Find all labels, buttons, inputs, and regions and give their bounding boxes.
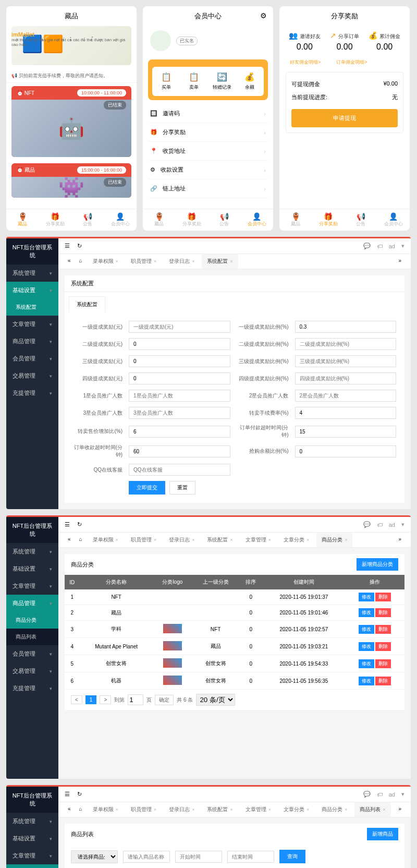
reset-button[interactable]: 重置	[169, 481, 195, 495]
submit-button[interactable]: 立即提交	[129, 481, 165, 495]
sidebar-交易管理[interactable]: 交易管理▾	[6, 367, 58, 384]
tab-文章管理[interactable]: 文章管理 ×	[240, 802, 276, 817]
mobile-share: 分享奖励 👥 邀请好友0.00↗ 分享订单0.00💰 累计佣金0.00 好友佣金…	[279, 6, 410, 231]
tab-系统配置[interactable]: 系统配置 ×	[202, 533, 238, 547]
collection-card[interactable]: ⏰ 藏品15:00:00 - 16:00:00 已结束 👾	[11, 163, 131, 198]
table-row: 2藏品02020-11-05 19:01:46修改删除	[65, 605, 404, 621]
name-filter[interactable]	[123, 851, 170, 863]
tab-职员管理[interactable]: 职员管理 ×	[126, 802, 162, 817]
category-table: ID分类名称分类logo上一级分类排序创建时间操作1NFT02020-11-05…	[65, 575, 404, 690]
add-product-button[interactable]: 新增商品	[367, 828, 398, 840]
sidebar-商品管理[interactable]: 商品管理▾	[6, 864, 58, 868]
mobile-member: 会员中心⚙ 已实名 📋买单📋卖单🔄转赠记录💰余额 🔲邀请码›🎁分享奖励›📍收货地…	[143, 6, 273, 231]
start-date[interactable]	[175, 851, 222, 863]
sidebar-文章管理[interactable]: 文章管理▾	[6, 847, 58, 864]
tab-菜单权限[interactable]: 菜单权限 ×	[88, 533, 124, 547]
sidebar-基础设置[interactable]: 基础设置▾	[6, 282, 58, 299]
page-title: 藏品	[6, 6, 137, 26]
tab-职员管理[interactable]: 职员管理 ×	[126, 254, 162, 269]
action-转赠记录[interactable]: 🔄转赠记录	[208, 67, 236, 96]
tab-文章分类[interactable]: 文章分类 ×	[278, 802, 314, 817]
search-button[interactable]: 查询	[279, 850, 305, 863]
table-row: 4Mutant Ape Planet藏品02020-11-05 19:03:21…	[65, 638, 404, 655]
tab-登录日志[interactable]: 登录日志 ×	[164, 533, 200, 547]
tab-菜单权限[interactable]: 菜单权限 ×	[88, 802, 124, 817]
menu-链上地址[interactable]: 🔗链上地址›	[148, 179, 268, 198]
sidebar-基础设置[interactable]: 基础设置▾	[6, 560, 58, 577]
tab-商品列表[interactable]: 商品列表 ×	[354, 802, 390, 817]
category-filter[interactable]: 请选择商品分类	[71, 850, 118, 863]
tab-分享奖励[interactable]: 🎁分享奖励	[39, 212, 72, 227]
sidebar-系统管理[interactable]: 系统管理▾	[6, 813, 58, 830]
menu-icon[interactable]: ☰	[65, 243, 70, 249]
table-row: 6机器创世女将02020-11-05 19:56:35修改删除	[65, 672, 404, 690]
sidebar-基础设置[interactable]: 基础设置▾	[6, 830, 58, 847]
order-detail-link[interactable]: 订单佣金明细>	[336, 59, 367, 66]
avatar[interactable]	[150, 30, 171, 51]
sidebar-商品管理[interactable]: 商品管理▾	[6, 333, 58, 350]
admin-system-config: NFT后台管理系统 系统管理▾基础设置▾系统配置文章管理▾商品管理▾会员管理▾交…	[6, 237, 411, 509]
tab-商品分类[interactable]: 商品分类 ×	[316, 533, 352, 547]
tab-公告[interactable]: 📢公告	[345, 212, 377, 227]
sidebar-系统管理[interactable]: 系统管理▾	[6, 264, 58, 282]
tab-系统配置[interactable]: 系统配置 ×	[202, 254, 238, 269]
sidebar-文章管理[interactable]: 文章管理▾	[6, 316, 58, 333]
sidebar-商品分类[interactable]: 商品分类	[6, 612, 58, 629]
banner: 🟦🟧 imMalletmới thị trường đầu giá nơi tấ…	[11, 26, 131, 65]
action-余额[interactable]: 💰余额	[236, 67, 264, 96]
menu-邀请码[interactable]: 🔲邀请码›	[148, 104, 268, 123]
mobile-collection: 藏品 🟦🟧 imMalletmới thị trường đầu giá nơi…	[6, 6, 137, 231]
tab-分享奖励[interactable]: 🎁分享奖励	[176, 212, 208, 227]
verified-badge: 已实名	[176, 37, 198, 45]
action-买单[interactable]: 📋买单	[152, 67, 180, 96]
tab-职员管理[interactable]: 职员管理 ×	[126, 533, 162, 547]
withdraw-button[interactable]: 申请提现	[291, 109, 398, 127]
tab-系统配置[interactable]: 系统配置 ×	[202, 802, 238, 817]
sidebar-商品管理[interactable]: 商品管理▾	[6, 595, 58, 612]
sidebar-充提管理[interactable]: 充提管理▾	[6, 680, 58, 697]
tab-会员中心[interactable]: 👤会员中心	[104, 212, 137, 227]
tab-分享奖励[interactable]: 🎁分享奖励	[312, 212, 345, 227]
tab-公告[interactable]: 📢公告	[71, 212, 104, 227]
nft-card[interactable]: ⏰ NFT10:00:00 - 11:00:00 已结束 🤖	[11, 86, 131, 157]
menu-收款设置[interactable]: ⚙收款设置›	[148, 161, 268, 179]
menu-收货地址[interactable]: 📍收货地址›	[148, 142, 268, 161]
table-row: 1NFT02020-11-05 19:01:37修改删除	[65, 589, 404, 605]
table-row: 3学科NFT02020-11-05 19:02:57修改删除	[65, 621, 404, 638]
action-卖单[interactable]: 📋卖单	[180, 67, 208, 96]
admin-category: NFT后台管理系统 系统管理▾基础设置▾文章管理▾商品管理▾商品分类商品列表会员…	[6, 515, 411, 779]
sidebar-系统管理[interactable]: 系统管理▾	[6, 543, 58, 560]
tab-登录日志[interactable]: 登录日志 ×	[164, 802, 200, 817]
tab-藏品[interactable]: 🏺藏品	[279, 212, 312, 227]
sidebar-充提管理[interactable]: 充提管理▾	[6, 384, 58, 402]
friend-detail-link[interactable]: 好友佣金明细>	[290, 59, 321, 66]
add-category-button[interactable]: 新增商品分类	[357, 558, 398, 571]
notice-text: 📢 贝拍前需充值手续费，尊敬的用户请悉知。	[6, 69, 137, 83]
tab-会员中心[interactable]: 👤会员中心	[241, 212, 274, 227]
tab-商品分类[interactable]: 商品分类 ×	[316, 802, 352, 817]
page-title: 会员中心⚙	[143, 6, 273, 26]
menu-分享奖励[interactable]: 🎁分享奖励›	[148, 123, 268, 142]
sidebar-会员管理[interactable]: 会员管理▾	[6, 350, 58, 367]
sidebar-交易管理[interactable]: 交易管理▾	[6, 662, 58, 680]
page-title: 分享奖励	[279, 6, 410, 26]
table-row: 5创世女将创世女将02020-11-05 19:54:33修改删除	[65, 655, 404, 672]
tab-会员中心[interactable]: 👤会员中心	[377, 212, 410, 227]
refresh-icon[interactable]: ↻	[77, 243, 82, 249]
sidebar-会员管理[interactable]: 会员管理▾	[6, 645, 58, 662]
tab-登录日志[interactable]: 登录日志 ×	[164, 254, 200, 269]
sidebar-商品列表[interactable]: 商品列表	[6, 629, 58, 645]
tab-藏品[interactable]: 🏺藏品	[143, 212, 176, 227]
sidebar-文章管理[interactable]: 文章管理▾	[6, 577, 58, 595]
tab-文章分类[interactable]: 文章分类 ×	[278, 533, 314, 547]
tab-文章管理[interactable]: 文章管理 ×	[240, 533, 276, 547]
tab-菜单权限[interactable]: 菜单权限 ×	[88, 254, 124, 269]
gear-icon[interactable]: ⚙	[260, 11, 267, 20]
tab-藏品[interactable]: 🏺藏品	[6, 212, 39, 227]
end-date[interactable]	[227, 851, 274, 863]
sidebar-系统配置[interactable]: 系统配置	[6, 299, 58, 316]
admin-product-list: NFT后台管理系统 系统管理▾基础设置▾文章管理▾商品管理▾商品分类商品列表会员…	[6, 785, 411, 868]
tab-公告[interactable]: 📢公告	[208, 212, 241, 227]
